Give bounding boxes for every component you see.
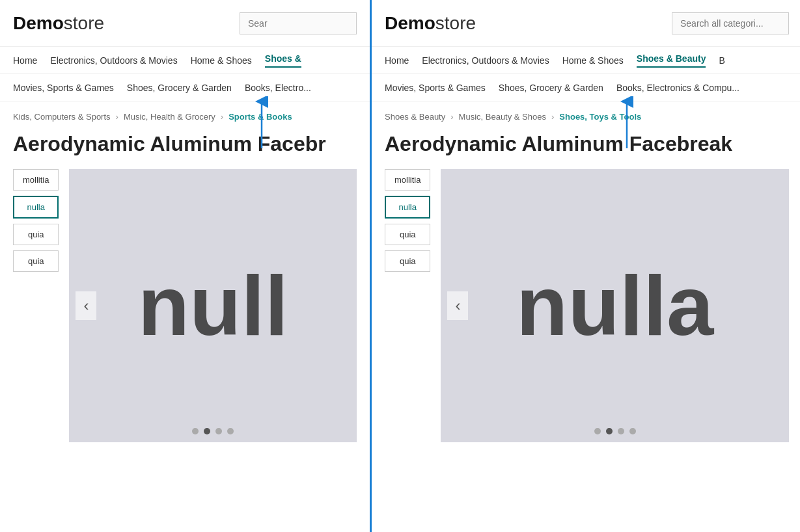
right-nav-secondary: Movies, Sports & Games Shoes, Grocery & … xyxy=(372,74,800,101)
right-dot-3[interactable] xyxy=(618,428,624,434)
left-nav-home[interactable]: Home xyxy=(13,55,37,66)
left-page-title-text: Aerodynamic Aluminum Facebr xyxy=(13,132,326,155)
right-variant-quia-2[interactable]: quia xyxy=(385,250,430,272)
right-search-input[interactable] xyxy=(672,12,789,34)
right-variant-list: mollitia nulla quia quia xyxy=(385,169,430,442)
left-variant-mollitia[interactable]: mollitia xyxy=(13,169,59,191)
right-variant-nulla[interactable]: nulla xyxy=(385,196,430,219)
right-dot-1[interactable] xyxy=(594,428,601,434)
left-dot-4[interactable] xyxy=(227,428,234,434)
right-product-area: mollitia nulla quia quia ‹ nulla xyxy=(372,163,800,449)
left-product-image: ‹ null xyxy=(69,169,357,442)
left-nav-home-shoes[interactable]: Home & Shoes xyxy=(191,55,252,66)
left-logo: Demostore xyxy=(13,13,104,34)
left-header: Demostore xyxy=(0,0,370,47)
left-product-area: mollitia nulla quia quia ‹ null xyxy=(0,163,370,449)
right-nav-b[interactable]: B xyxy=(719,55,724,66)
left-breadcrumb: Kids, Computers & Sports › Music, Health… xyxy=(0,101,370,132)
left-nav-movies[interactable]: Movies, Sports & Games xyxy=(13,83,114,93)
panel-divider xyxy=(370,0,372,532)
left-variant-list: mollitia nulla quia quia xyxy=(13,169,59,442)
right-arrow-annotation xyxy=(619,96,635,148)
left-nav-primary: Home Electronics, Outdoors & Movies Home… xyxy=(0,47,370,74)
right-logo-bold: Demo xyxy=(385,13,435,33)
right-carousel-dots xyxy=(594,428,636,434)
right-nav-electronics[interactable]: Electronics, Outdoors & Movies xyxy=(422,55,549,66)
right-breadcrumb-1: Shoes & Beauty xyxy=(385,112,445,122)
right-dot-2[interactable] xyxy=(606,428,613,434)
left-breadcrumb-2: Music, Health & Grocery xyxy=(124,112,215,122)
right-product-image-text: nulla xyxy=(516,257,713,354)
right-page-title: Aerodynamic Aluminum Facebreak xyxy=(372,132,800,163)
left-carousel-dots xyxy=(192,428,234,434)
right-header: Demostore xyxy=(372,0,800,47)
left-breadcrumb-sep1: › xyxy=(116,112,118,122)
right-variant-quia-1[interactable]: quia xyxy=(385,224,430,245)
main-container: Demostore Home Electronics, Outdoors & M… xyxy=(0,0,800,532)
right-dot-4[interactable] xyxy=(629,428,636,434)
right-product-image: ‹ nulla xyxy=(441,169,789,442)
right-carousel-prev[interactable]: ‹ xyxy=(447,291,468,320)
right-page-title-text: Aerodynamic Aluminum Facebreak xyxy=(385,132,732,155)
right-panel: Demostore Home Electronics, Outdoors & M… xyxy=(372,0,800,532)
left-panel: Demostore Home Electronics, Outdoors & M… xyxy=(0,0,370,532)
left-breadcrumb-area: Kids, Computers & Sports › Music, Health… xyxy=(0,101,370,132)
left-logo-bold: Demo xyxy=(13,13,64,33)
left-carousel-prev[interactable]: ‹ xyxy=(76,291,96,320)
right-nav-shoes-grocery[interactable]: Shoes, Grocery & Garden xyxy=(499,83,603,93)
right-nav-home[interactable]: Home xyxy=(385,55,409,66)
left-breadcrumb-1: Kids, Computers & Sports xyxy=(13,112,111,122)
right-nav-shoes-beauty[interactable]: Shoes & Beauty xyxy=(637,53,706,68)
left-nav-secondary: Movies, Sports & Games Shoes, Grocery & … xyxy=(0,74,370,101)
right-logo-light: store xyxy=(435,13,476,33)
right-nav-movies[interactable]: Movies, Sports & Games xyxy=(385,83,486,93)
right-variant-mollitia[interactable]: mollitia xyxy=(385,169,430,191)
left-arrow-svg xyxy=(254,96,269,148)
left-nav-electronics[interactable]: Electronics, Outdoors & Movies xyxy=(50,55,177,66)
right-nav-books[interactable]: Books, Electronics & Compu... xyxy=(616,83,739,93)
right-breadcrumb-area: Shoes & Beauty › Music, Beauty & Shoes ›… xyxy=(372,101,800,132)
left-page-title: Aerodynamic Aluminum Facebr xyxy=(0,132,370,163)
right-breadcrumb: Shoes & Beauty › Music, Beauty & Shoes ›… xyxy=(372,101,800,132)
left-variant-quia-1[interactable]: quia xyxy=(13,224,59,245)
right-breadcrumb-2: Music, Beauty & Shoes xyxy=(459,112,546,122)
left-nav-shoes[interactable]: Shoes & xyxy=(265,53,301,68)
left-variant-quia-2[interactable]: quia xyxy=(13,250,59,272)
left-breadcrumb-sep2: › xyxy=(221,112,223,122)
left-product-image-text: null xyxy=(138,257,288,354)
left-variant-nulla[interactable]: nulla xyxy=(13,196,59,219)
right-breadcrumb-sep2: › xyxy=(551,112,554,122)
right-nav-primary: Home Electronics, Outdoors & Movies Home… xyxy=(372,47,800,74)
left-search-input[interactable] xyxy=(240,12,357,34)
right-logo: Demostore xyxy=(385,13,476,34)
left-dot-1[interactable] xyxy=(192,428,199,434)
right-arrow-svg xyxy=(619,96,635,148)
left-nav-books[interactable]: Books, Electro... xyxy=(245,83,311,93)
left-dot-2[interactable] xyxy=(204,428,210,434)
left-nav-shoes-grocery[interactable]: Shoes, Grocery & Garden xyxy=(127,83,232,93)
right-nav-home-shoes[interactable]: Home & Shoes xyxy=(562,55,624,66)
left-arrow-annotation xyxy=(254,96,269,148)
left-logo-light: store xyxy=(64,13,104,33)
left-dot-3[interactable] xyxy=(215,428,222,434)
right-breadcrumb-sep1: › xyxy=(450,112,453,122)
